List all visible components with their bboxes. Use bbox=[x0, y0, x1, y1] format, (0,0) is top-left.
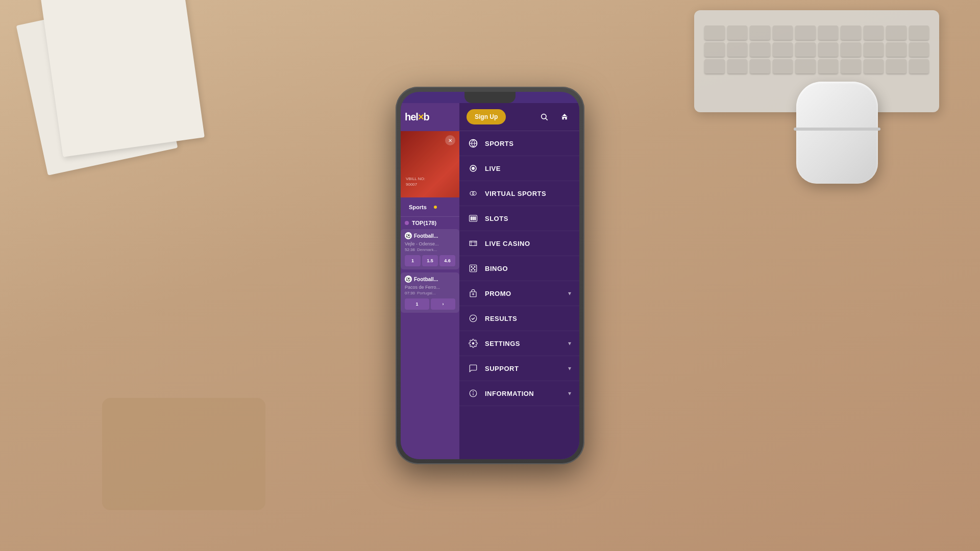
svg-point-6 bbox=[473, 191, 477, 195]
tab-dot-indicator bbox=[434, 206, 437, 209]
virtual-sports-icon bbox=[468, 188, 479, 199]
live-indicator bbox=[405, 221, 409, 225]
menu-label-live-casino: LIVE CASINO bbox=[485, 240, 571, 247]
app-container: hel×b ✕ VBILL NO: 90007 Sports bbox=[401, 103, 579, 459]
match-card-1[interactable]: ⚽ Football... Vejle - Odense... 52:36 De… bbox=[401, 229, 459, 269]
live-icon bbox=[468, 163, 479, 174]
svg-point-12 bbox=[474, 266, 476, 268]
odds-btn-1-1[interactable]: 1.5 bbox=[422, 255, 438, 266]
promo-banner: ✕ VBILL NO: 90007 bbox=[401, 131, 459, 197]
menu-item-live[interactable]: LIVE bbox=[459, 156, 579, 181]
information-icon bbox=[468, 388, 479, 399]
match-title-2: Football... bbox=[414, 277, 438, 282]
menu-header: Sign Up bbox=[459, 103, 579, 131]
slots-icon bbox=[468, 213, 479, 224]
svg-rect-8 bbox=[471, 216, 472, 220]
svg-point-13 bbox=[471, 269, 473, 271]
score-btn-1[interactable]: 1 bbox=[405, 255, 421, 266]
odds-btn-1-2[interactable]: 4.6 bbox=[439, 255, 455, 266]
support-icon bbox=[468, 363, 479, 374]
menu-label-live: LIVE bbox=[485, 165, 571, 172]
home-icon-btn[interactable] bbox=[557, 109, 572, 124]
top-section: TOP(178) bbox=[401, 217, 459, 229]
sports-tab-bar: Sports bbox=[401, 197, 459, 217]
mousepad-decoration bbox=[102, 398, 265, 510]
svg-point-18 bbox=[470, 315, 477, 322]
svg-rect-10 bbox=[474, 216, 476, 220]
svg-point-15 bbox=[473, 268, 474, 269]
svg-point-11 bbox=[471, 266, 473, 268]
left-topbar: hel×b bbox=[401, 103, 459, 131]
menu-item-virtual-sports[interactable]: VIRTUAL SPORTS bbox=[459, 181, 579, 206]
support-chevron-icon: ▾ bbox=[568, 365, 571, 372]
svg-rect-9 bbox=[473, 216, 474, 220]
app-logo: hel×b bbox=[405, 111, 429, 123]
svg-line-1 bbox=[546, 118, 548, 120]
svg-point-4 bbox=[472, 167, 475, 170]
menu-label-promo: PROMO bbox=[485, 290, 568, 297]
airpods-decoration bbox=[796, 82, 878, 184]
settings-icon bbox=[468, 338, 479, 349]
phone-notch bbox=[464, 92, 516, 103]
vbill-info: VBILL NO: 90007 bbox=[406, 176, 425, 187]
svg-point-19 bbox=[472, 342, 475, 345]
search-icon-btn[interactable] bbox=[536, 109, 552, 124]
menu-label-sports: SPORTS bbox=[485, 140, 571, 147]
svg-point-0 bbox=[542, 114, 546, 119]
match-time-1: 52:36 bbox=[405, 247, 415, 252]
promo-icon bbox=[468, 288, 479, 299]
menu-label-bingo: BINGO bbox=[485, 265, 571, 272]
menu-label-support: SUPPORT bbox=[485, 365, 568, 372]
menu-label-slots: SLOTS bbox=[485, 215, 571, 222]
menu-label-settings: SETTINGS bbox=[485, 340, 568, 347]
navigation-menu: Sign Up bbox=[459, 103, 579, 459]
match-title-1: Football... bbox=[414, 233, 438, 239]
match-country-1: Denmark... bbox=[417, 247, 437, 252]
menu-item-promo[interactable]: PROMO ▾ bbox=[459, 281, 579, 306]
menu-label-virtual-sports: VIRTUAL SPORTS bbox=[485, 190, 571, 197]
odds-row-2: 1 › bbox=[405, 298, 455, 310]
bingo-icon bbox=[468, 263, 479, 274]
svg-point-14 bbox=[474, 269, 476, 271]
live-casino-icon bbox=[468, 238, 479, 249]
menu-item-slots[interactable]: SLOTS bbox=[459, 206, 579, 231]
match-country-2: Portugal... bbox=[417, 291, 435, 295]
menu-item-results[interactable]: RESULTS bbox=[459, 306, 579, 331]
match-teams-1: Vejle - Odense... bbox=[405, 241, 455, 246]
sports-tab-label[interactable]: Sports bbox=[405, 202, 431, 212]
top-label: TOP(178) bbox=[412, 220, 436, 226]
menu-label-information: INFORMATION bbox=[485, 390, 568, 397]
signup-button[interactable]: Sign Up bbox=[467, 109, 506, 124]
desk-background: hel×b ✕ VBILL NO: 90007 Sports bbox=[0, 0, 980, 551]
promo-chevron-icon: ▾ bbox=[568, 290, 571, 297]
phone-device: hel×b ✕ VBILL NO: 90007 Sports bbox=[396, 87, 584, 464]
paper-decoration-1 bbox=[40, 0, 205, 157]
menu-label-results: RESULTS bbox=[485, 315, 571, 322]
left-panel: hel×b ✕ VBILL NO: 90007 Sports bbox=[401, 103, 459, 459]
information-chevron-icon: ▾ bbox=[568, 390, 571, 397]
phone-screen: hel×b ✕ VBILL NO: 90007 Sports bbox=[401, 92, 579, 459]
score-btn-2[interactable]: 1 bbox=[405, 298, 429, 310]
banner-close-button[interactable]: ✕ bbox=[445, 135, 455, 145]
menu-item-information[interactable]: INFORMATION ▾ bbox=[459, 381, 579, 406]
header-icon-group bbox=[536, 109, 572, 124]
settings-chevron-icon: ▾ bbox=[568, 340, 571, 347]
sports-icon bbox=[468, 138, 479, 149]
menu-item-settings[interactable]: SETTINGS ▾ bbox=[459, 331, 579, 356]
menu-item-sports[interactable]: SPORTS bbox=[459, 131, 579, 156]
menu-item-support[interactable]: SUPPORT ▾ bbox=[459, 356, 579, 381]
match-card-2[interactable]: ⚽ Football... Pacos de Ferro... 07:30 Po… bbox=[401, 272, 459, 313]
odds-row-1: 1 1.5 4.6 bbox=[405, 255, 455, 266]
menu-item-live-casino[interactable]: LIVE CASINO bbox=[459, 231, 579, 256]
match-time-2: 07:30 bbox=[405, 291, 415, 295]
menu-item-bingo[interactable]: BINGO bbox=[459, 256, 579, 281]
home-icon bbox=[560, 113, 569, 121]
results-icon bbox=[468, 313, 479, 324]
match-teams-2: Pacos de Ferro... bbox=[405, 285, 455, 290]
football-icon-1: ⚽ bbox=[405, 232, 412, 239]
search-icon bbox=[540, 113, 548, 121]
football-icon-2: ⚽ bbox=[405, 276, 412, 283]
odds-btn-2[interactable]: › bbox=[431, 298, 455, 310]
